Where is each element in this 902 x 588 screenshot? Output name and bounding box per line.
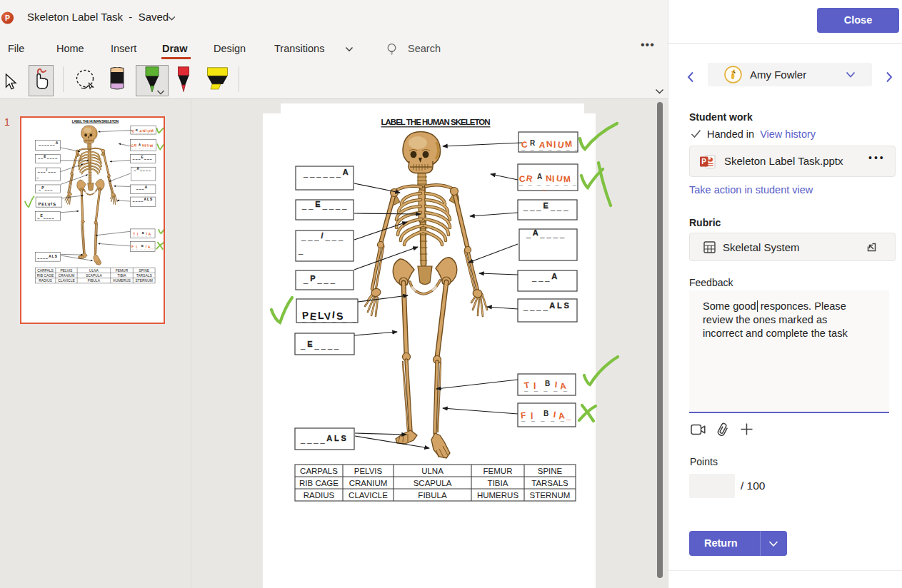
svg-text:P: P — [5, 14, 10, 22]
svg-text:P: P — [701, 158, 706, 166]
